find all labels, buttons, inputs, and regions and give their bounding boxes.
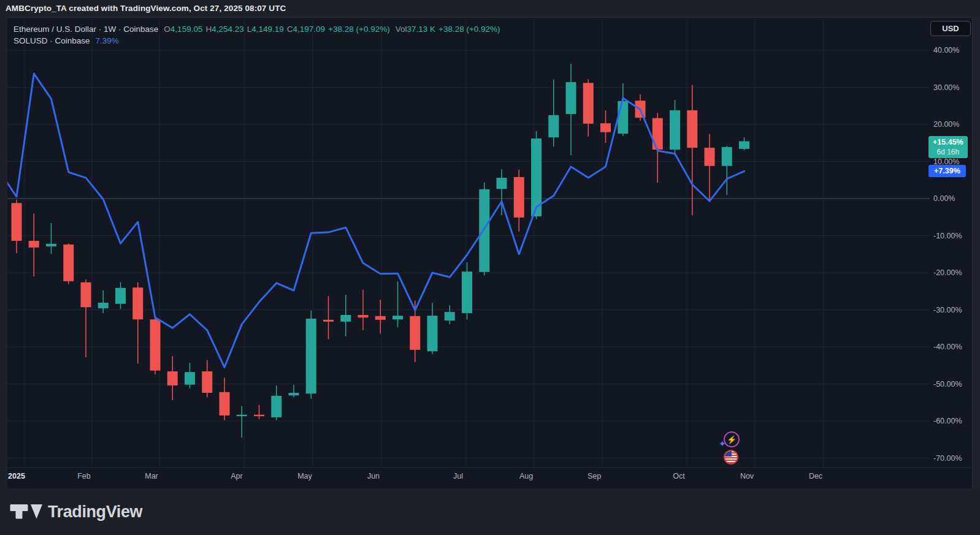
candle-body [237,415,247,416]
time-axis-label: Jun [367,472,380,480]
lightning-icon: ⚡ [727,435,737,444]
candle-body [12,203,22,241]
candle-body [514,177,524,218]
eth-change-percent: +15.45% [933,137,963,147]
time-axis-label: 2025 [8,472,25,480]
candle-body [739,142,749,149]
compare-symbol-value: 7.39% [96,36,119,45]
candle-body [271,396,281,417]
sparkle-icon: ✦ [719,439,726,449]
candle-body [98,303,109,308]
price-axis-label: 40.00% [933,46,959,55]
us-flag-icon[interactable] [724,450,738,465]
high-value: 4,254.23 [212,25,244,34]
price-axis-label: -40.00% [933,343,962,351]
time-axis-label: Nov [740,472,754,480]
time-axis-label: Dec [809,472,822,480]
time-axis-label: Jul [453,472,463,480]
time-axis-label: Oct [673,472,685,480]
tradingview-logo-text: TradingView [48,503,142,522]
footer-bar: TradingView [0,488,980,535]
price-axis-label: -20.00% [933,268,962,277]
candle-body [132,287,143,319]
sol-compare-line [7,74,745,367]
candle-body [670,110,680,150]
flag-canton [725,451,732,457]
candle-body [600,123,611,132]
attribution-text: AMBCrypto_TA created with TradingView.co… [6,4,286,13]
time-axis-label: May [297,472,312,480]
symbol-title[interactable]: Ethereum / U.S. Dollar · 1W · Coinbase [13,25,158,34]
time-axis-label: Apr [231,472,242,480]
candle-body [220,392,230,415]
candle-body [705,148,715,166]
candle-body [687,110,697,148]
candle-body [618,101,628,134]
open-value: 4,159.05 [170,25,203,34]
candle-body [375,316,386,320]
price-axis-label: -70.00% [933,454,962,463]
tradingview-snapshot: { "attribution": "AMBCrypto_TA created w… [0,0,980,535]
currency-toggle-button[interactable]: USD [930,21,971,36]
candle-body [462,271,472,313]
candle-body [254,415,264,416]
price-axis-label: -10.00% [933,232,962,240]
candle-body [167,371,178,385]
symbol-header-line2: SOLUSD · Coinbase7.39% [13,35,500,47]
compare-symbol-title[interactable]: SOLUSD · Coinbase [13,36,90,45]
change-value: +38.28 (+0.92%) [328,25,390,34]
volume-label: Vol [396,25,407,34]
price-axis-label: 0.00% [933,194,955,203]
chart-area[interactable]: 40.00%30.00%20.00%10.00%0.00%-10.00%-20.… [7,17,972,488]
time-axis-label: Feb [77,472,91,480]
eth-candle-countdown: 6d 16h [933,147,963,157]
candle-body [115,288,126,304]
candle-body [185,372,195,385]
candle-body [81,283,91,308]
candle-body [653,118,663,150]
price-axis-label: -50.00% [933,380,962,389]
low-value: 4,149.19 [251,25,284,34]
candle-body [445,312,455,321]
candle-body [63,245,74,281]
eth-price-axis-badge: +15.45% 6d 16h [928,136,968,158]
candle-body [202,371,212,393]
candle-body [46,244,56,246]
time-axis-label: Mar [145,472,158,480]
candle-body [392,316,403,319]
candlestick-chart-svg[interactable]: 40.00%30.00%20.00%10.00%0.00%-10.00%-20.… [7,18,972,489]
close-value: 4,197.09 [293,25,326,34]
candle-body [358,315,369,317]
tradingview-logo[interactable]: TradingView [9,500,142,523]
candle-body [427,316,438,351]
time-axis-label: Sep [588,472,601,480]
high-label: H [205,25,212,34]
candle-body [479,189,489,272]
candle-body [583,83,594,124]
symbol-header-line1: Ethereum / U.S. Dollar · 1W · CoinbaseO4… [13,23,500,35]
symbol-header: Ethereum / U.S. Dollar · 1W · CoinbaseO4… [13,23,500,47]
volume-value: 37.13 K [407,25,435,34]
candle-body [323,320,334,322]
price-axis-label: 20.00% [933,120,959,129]
candle-body [150,319,161,370]
economic-events-icon[interactable]: ⚡ ✦ [724,431,740,447]
candle-body [410,316,420,350]
tradingview-logo-mark [9,500,44,523]
candle-body [548,115,559,137]
candle-body [29,241,39,248]
price-axis-label: 30.00% [933,83,959,92]
open-label: O [164,25,170,34]
candle-body [722,147,732,166]
sol-price-axis-badge: +7.39% [928,165,966,177]
price-axis-label: -60.00% [933,417,962,425]
time-axis-label: Aug [519,472,533,480]
candle-body [566,82,576,114]
right-scroll-strip[interactable] [972,17,980,488]
price-axis-label: -30.00% [933,306,962,314]
candle-body [340,315,351,322]
volume-change: +38.28 (+0.92%) [438,25,500,34]
candle-body [497,178,507,189]
candle-body [289,393,299,395]
close-label: C [287,25,293,34]
